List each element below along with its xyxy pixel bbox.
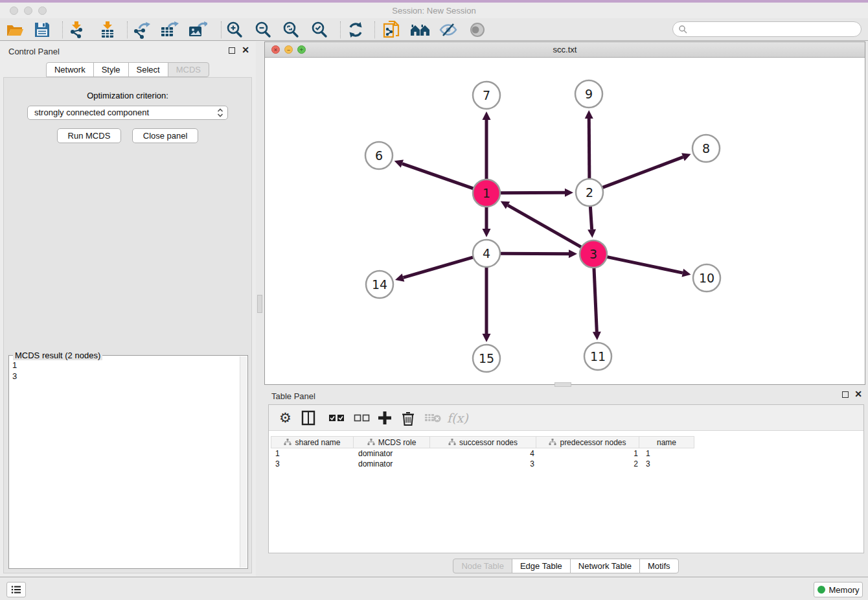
tab-select[interactable]: Select	[128, 62, 168, 77]
home-icon[interactable]	[409, 20, 432, 40]
mcds-panel-body: Optimization criterion: strongly connect…	[3, 77, 252, 573]
hierarchy-icon	[549, 439, 556, 446]
zoom-in-icon[interactable]	[223, 20, 246, 40]
column-layout-icon[interactable]	[301, 409, 315, 427]
import-table-icon[interactable]	[96, 20, 119, 40]
open-session-icon[interactable]	[3, 20, 27, 40]
table-cell[interactable]: dominator	[354, 448, 431, 459]
close-table-panel-icon[interactable]: ✕	[854, 389, 862, 399]
table-cell[interactable]: 3	[431, 459, 538, 469]
export-image-icon[interactable]	[186, 20, 209, 40]
edge-arrow[interactable]	[681, 269, 691, 277]
graph-node-2[interactable]: 2	[576, 179, 603, 206]
edge-arrow[interactable]	[394, 159, 404, 167]
list-icon	[11, 585, 21, 594]
edge-arrow[interactable]	[483, 334, 491, 342]
table-row[interactable]: 1dominator411	[271, 448, 698, 459]
vertical-splitter-handle[interactable]	[257, 295, 262, 313]
delete-table-icon[interactable]	[424, 409, 441, 427]
hierarchy-icon	[284, 439, 291, 446]
graph-node-4[interactable]: 4	[473, 240, 500, 267]
table-cell[interactable]: dominator	[354, 459, 431, 469]
hide-network-icon[interactable]	[437, 20, 460, 40]
result-line: 3	[12, 371, 239, 382]
zoom-fit-icon[interactable]	[279, 20, 303, 40]
search-input[interactable]	[687, 25, 861, 34]
refresh-view-icon[interactable]	[344, 20, 367, 40]
close-panel-button[interactable]: Close panel	[132, 128, 199, 143]
graph-node-8[interactable]: 8	[692, 135, 720, 162]
show-log-button[interactable]	[6, 582, 26, 597]
graph-node-9[interactable]: 9	[575, 80, 602, 108]
search-icon	[678, 25, 687, 34]
graph-node-1[interactable]: 1	[473, 179, 500, 207]
tab-network-table[interactable]: Network Table	[570, 559, 640, 573]
unselect-all-columns-icon[interactable]	[354, 409, 371, 427]
run-mcds-button[interactable]: Run MCDS	[57, 128, 122, 143]
column-header-MCDS-role[interactable]: MCDS role	[353, 436, 430, 448]
graph-node-3[interactable]: 3	[580, 240, 607, 268]
graph-node-10[interactable]: 10	[693, 264, 720, 292]
svg-text:2: 2	[586, 185, 593, 200]
table-row[interactable]: 3dominator323	[271, 459, 698, 469]
tab-motifs[interactable]: Motifs	[639, 559, 679, 573]
column-header-name[interactable]: name	[639, 436, 694, 448]
table-cell[interactable]: 2	[538, 459, 642, 469]
edge-arrow[interactable]	[483, 111, 491, 120]
mcds-result-text[interactable]: 1 3	[10, 360, 239, 567]
graph-node-11[interactable]: 11	[584, 343, 611, 370]
delete-column-icon[interactable]	[402, 409, 415, 427]
svg-text:6: 6	[375, 148, 383, 163]
column-header-predecessor-nodes[interactable]: predecessor nodes	[536, 436, 639, 448]
tab-mcds[interactable]: MCDS	[168, 62, 209, 77]
import-network-icon[interactable]	[65, 20, 88, 40]
float-panel-icon[interactable]	[229, 47, 235, 54]
search-field[interactable]	[672, 21, 862, 37]
graph-node-6[interactable]: 6	[365, 142, 393, 169]
graph-node-14[interactable]: 14	[366, 271, 393, 298]
column-header-shared-name[interactable]: shared name	[271, 436, 354, 448]
function-builder-icon[interactable]: f(x)	[447, 409, 468, 427]
float-table-panel-icon[interactable]	[842, 391, 849, 398]
column-header-label: MCDS role	[378, 438, 417, 447]
edge-arrow[interactable]	[569, 249, 577, 258]
edge-arrow[interactable]	[483, 229, 491, 237]
mcds-result-group: MCDS result (2 nodes) 1 3	[8, 355, 248, 569]
criterion-dropdown[interactable]: strongly connected component	[27, 106, 228, 120]
tab-node-table[interactable]: Node Table	[453, 559, 512, 573]
table-settings-icon[interactable]: ⚙	[279, 409, 291, 427]
select-all-columns-icon[interactable]	[328, 409, 345, 427]
table-cell[interactable]: 3	[642, 459, 698, 469]
app-title: Session: New Session	[0, 6, 868, 16]
close-panel-icon[interactable]: ✕	[242, 45, 249, 55]
graph-node-7[interactable]: 7	[473, 82, 500, 109]
edge-arrow[interactable]	[565, 189, 573, 197]
table-cell[interactable]: 1	[538, 448, 642, 459]
zoom-out-icon[interactable]	[251, 20, 275, 40]
edge-arrow[interactable]	[593, 332, 601, 340]
add-column-icon[interactable]	[378, 409, 392, 427]
result-scrollbar[interactable]	[240, 356, 247, 568]
table-cell[interactable]: 3	[271, 459, 354, 469]
table-cell[interactable]: 1	[642, 448, 698, 459]
table-cell[interactable]: 1	[271, 448, 354, 459]
export-network-icon[interactable]	[130, 20, 153, 40]
column-header-successor-nodes[interactable]: successor nodes	[429, 436, 536, 448]
edge-arrow[interactable]	[588, 229, 596, 238]
memory-button[interactable]: Memory	[814, 582, 863, 597]
tab-edge-table[interactable]: Edge Table	[512, 559, 571, 573]
save-session-icon[interactable]	[30, 20, 54, 40]
zoom-selected-icon[interactable]	[308, 20, 331, 40]
edge-arrow[interactable]	[395, 273, 404, 281]
clone-network-icon[interactable]	[380, 20, 404, 40]
birds-eye-icon[interactable]	[466, 20, 489, 40]
table-cell[interactable]: 4	[431, 448, 538, 459]
graph-node-15[interactable]: 15	[473, 345, 500, 372]
network-graph-canvas[interactable]: 1234678910111415	[265, 58, 865, 384]
network-window-titlebar[interactable]: × – + scc.txt	[265, 42, 865, 58]
tab-style[interactable]: Style	[93, 62, 129, 77]
table-toolbar: ⚙	[269, 405, 863, 431]
edge-arrow[interactable]	[585, 110, 593, 119]
export-table-icon[interactable]	[157, 20, 181, 40]
tab-network[interactable]: Network	[46, 62, 94, 77]
